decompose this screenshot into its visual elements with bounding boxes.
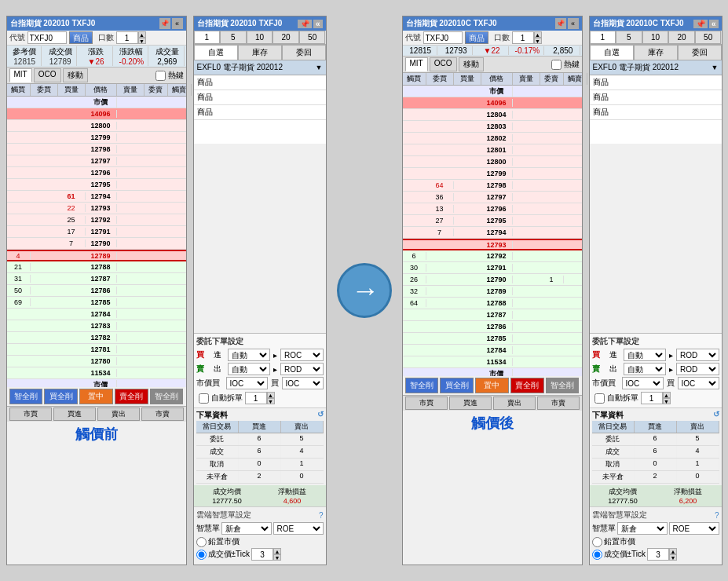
list-item[interactable]: 商品 (590, 90, 722, 105)
table-row[interactable]: 12799 (7, 132, 186, 144)
right-radio-tick-price[interactable]: 成交價±Tick ▲ ▼ (592, 548, 719, 561)
table-row[interactable]: 12784 (403, 345, 582, 356)
table-row-trigger[interactable]: 12793 (403, 239, 582, 250)
num-col-10[interactable]: 10 (247, 31, 273, 44)
table-row[interactable]: 6 12792 (403, 250, 582, 262)
right-sell-type-select[interactable]: 自動 (624, 363, 667, 375)
table-row[interactable]: 31 12787 (7, 273, 186, 285)
right-tick-input[interactable] (647, 548, 669, 561)
sell-rod-select[interactable]: RODIOCFOK (280, 363, 324, 375)
table-row[interactable]: 64 12798 (403, 180, 582, 192)
op-pin-right[interactable]: 📌 (693, 20, 708, 28)
tab-zixuan-left[interactable]: 自選 (194, 45, 238, 60)
right-lot-down[interactable]: ▼ (534, 38, 542, 44)
smart-help-icon[interactable]: ? (319, 511, 324, 520)
lot-input[interactable] (116, 31, 138, 44)
lot-up[interactable]: ▲ (138, 31, 146, 38)
table-row[interactable]: 12797 (7, 155, 186, 167)
btn-center-right[interactable]: 置中 (475, 378, 509, 393)
table-row[interactable]: 12783 (7, 320, 186, 332)
pin-icon-right[interactable]: 📌 (555, 18, 566, 29)
table-row[interactable]: 12780 (7, 356, 186, 367)
table-row[interactable]: 30 12791 (403, 262, 582, 274)
split-up[interactable]: ▲ (267, 392, 275, 398)
market-ioc2-select[interactable]: IOCFOK (282, 377, 324, 389)
table-row[interactable]: 12798 (7, 144, 186, 155)
table-row[interactable]: 12784 (7, 309, 186, 320)
right-buy-type-select[interactable]: 自動 (624, 349, 667, 361)
right-market-ioc-select[interactable]: IOC (622, 377, 664, 389)
table-row[interactable]: 36 12797 (403, 192, 582, 203)
table-row[interactable]: 市價 (7, 97, 186, 108)
table-row[interactable]: 27 12795 (403, 215, 582, 227)
tab-kucun-right[interactable]: 庫存 (634, 45, 678, 60)
table-row[interactable]: 12781 (7, 344, 186, 356)
op-collapse-left[interactable]: « (313, 20, 323, 28)
right-tick-up[interactable]: ▲ (669, 548, 677, 554)
btn-buy-left[interactable]: 買進 (53, 407, 96, 421)
list-item[interactable]: 商品 (590, 75, 722, 90)
table-row[interactable]: 12803 (403, 121, 582, 133)
table-row[interactable]: 21 12788 (7, 261, 186, 273)
right-goods-btn[interactable]: 商品 (465, 31, 488, 44)
table-row[interactable]: 50 12786 (7, 285, 186, 297)
list-item[interactable]: 商品 (194, 105, 326, 120)
tab-weihui-left[interactable]: 委回 (282, 45, 326, 60)
tick-down[interactable]: ▼ (273, 554, 281, 561)
btn-smart-cancel2-right[interactable]: 智全削 (546, 378, 580, 393)
lot-down[interactable]: ▼ (138, 38, 146, 44)
table-row[interactable]: 12795 (7, 179, 186, 191)
btn-buy-cancel-all-left[interactable]: 買全削 (44, 389, 78, 404)
right-lot-input[interactable] (512, 31, 534, 44)
buy-rod-select[interactable]: ROCRODIOCFOK (280, 349, 324, 361)
num-col-50[interactable]: 50 (299, 31, 326, 44)
list-item[interactable]: 商品 (590, 105, 722, 120)
table-row[interactable]: 12796 (7, 167, 186, 179)
right-num-col-10[interactable]: 10 (642, 31, 669, 44)
right-lot-up[interactable]: ▲ (534, 31, 542, 38)
right-num-col-50[interactable]: 50 (695, 31, 722, 44)
table-row[interactable]: 市價 (403, 368, 582, 376)
btn-smart-cancel2-left[interactable]: 智全削 (150, 389, 184, 404)
btn-market-sell-left[interactable]: 市賣 (141, 407, 184, 421)
buy-type-select[interactable]: 自動限價 (228, 349, 271, 361)
right-refresh-icon[interactable]: ↺ (713, 410, 719, 421)
pin-icon[interactable]: 📌 (159, 18, 170, 29)
table-row[interactable]: 13 12796 (403, 203, 582, 215)
right-auto-split-checkbox[interactable] (594, 393, 605, 404)
right-tab-move[interactable]: 移動 (459, 57, 484, 71)
tab-zixuan-right[interactable]: 自選 (590, 45, 634, 60)
table-row[interactable]: 22 12793 (7, 203, 186, 214)
right-smart-type-select[interactable]: 新倉 (617, 522, 668, 535)
num-col-1[interactable]: 1 (194, 31, 221, 44)
right-num-col-1[interactable]: 1 (590, 31, 616, 44)
radio-tick-price[interactable]: 成交價±Tick ▲ ▼ (196, 548, 324, 561)
right-radio-market[interactable] (592, 537, 602, 547)
split-down[interactable]: ▼ (267, 398, 275, 404)
table-row[interactable]: 17 12791 (7, 226, 186, 238)
tab-mit[interactable]: MIT (9, 68, 32, 82)
right-radio-tick[interactable] (592, 550, 602, 560)
tick-up[interactable]: ▲ (273, 548, 281, 554)
table-row[interactable]: 市價 (403, 86, 582, 97)
btn-sell-left[interactable]: 賣出 (97, 407, 140, 421)
right-split-up[interactable]: ▲ (663, 392, 671, 398)
right-tick-down[interactable]: ▼ (669, 554, 677, 561)
right-num-col-20[interactable]: 20 (668, 31, 695, 44)
btn-smart-cancel-all-right[interactable]: 智全削 (405, 378, 439, 393)
table-row-entrust[interactable]: 26 12790 1 (403, 274, 582, 286)
btn-market-buy-left[interactable]: 市買 (9, 407, 52, 421)
goods-btn[interactable]: 商品 (69, 31, 93, 44)
num-col-5[interactable]: 5 (220, 31, 247, 44)
code-input[interactable] (27, 31, 67, 44)
hotkey-checkbox[interactable] (155, 71, 166, 81)
radio-market[interactable] (196, 537, 207, 547)
table-row[interactable]: 61 12794 (7, 191, 186, 203)
btn-smart-cancel-all-left[interactable]: 智全削 (9, 389, 43, 404)
btn-buy-cancel-all-right[interactable]: 買全削 (440, 378, 474, 393)
tab-oco[interactable]: OCO (34, 68, 61, 82)
table-row[interactable]: 64 12788 (403, 298, 582, 309)
btn-buy-right[interactable]: 買進 (449, 396, 492, 410)
table-row[interactable]: 12785 (403, 333, 582, 345)
right-smart-roe-select[interactable]: ROE (669, 522, 719, 535)
